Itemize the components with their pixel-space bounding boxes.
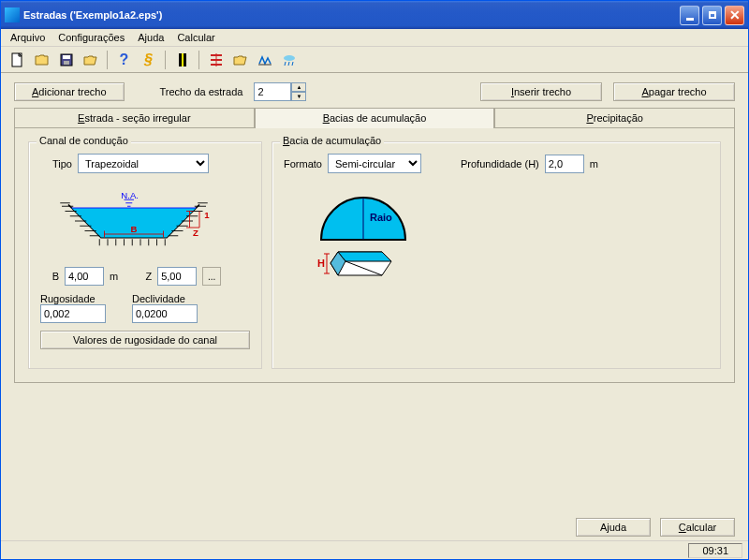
tab-precipitacao[interactable]: Precipitação (494, 108, 735, 128)
calcular-button[interactable]: Calcular (660, 518, 735, 537)
declividade-label: Declividade (132, 293, 198, 304)
basin-icon[interactable] (229, 50, 251, 70)
formato-label: Formato (284, 158, 322, 169)
tab-bar: Estrada - seção irregular Bacias de acum… (14, 107, 735, 127)
rugosidade-label: Rugosidade (40, 293, 106, 304)
canal-legend: Canal de condução (37, 135, 131, 146)
menu-arquivo[interactable]: Arquivo (5, 31, 51, 44)
bacia-diagram: Raio H (302, 188, 433, 291)
maximize-button[interactable] (702, 6, 722, 25)
rain-icon[interactable] (278, 50, 300, 70)
sections-icon[interactable] (205, 50, 227, 70)
hydro-icon[interactable] (254, 50, 275, 70)
tab-estrada[interactable]: Estrada - seção irregular (14, 108, 255, 128)
menu-calcular[interactable]: Calcular (171, 31, 220, 44)
info-icon[interactable]: § (138, 50, 159, 70)
rugosidade-valores-button[interactable]: Valores de rugosidade do canal (40, 331, 250, 349)
svg-text:1: 1 (204, 210, 210, 220)
tipo-select[interactable]: Trapezoidal (78, 154, 209, 173)
saveas-icon[interactable] (80, 50, 101, 70)
insert-trecho-button[interactable]: Inserir trecho (480, 82, 602, 101)
trecho-input[interactable] (254, 82, 291, 101)
menu-ajuda[interactable]: Ajuda (132, 31, 169, 44)
toolbar-separator (165, 51, 166, 69)
svg-text:H: H (317, 258, 325, 269)
app-window: Estradas ('Exemplo1a2.eps') ✕ Arquivo Co… (0, 0, 749, 560)
profundidade-unit: m (590, 158, 598, 169)
help-icon[interactable]: ? (113, 50, 135, 70)
road-icon[interactable] (171, 50, 193, 70)
canal-fieldset: Canal de condução Tipo Trapezoidal N.A. (28, 141, 262, 369)
z-label: Z (133, 271, 152, 282)
bacia-fieldset: Bacia de acumulação Formato Semi-circula… (272, 141, 721, 369)
formato-select[interactable]: Semi-circular (328, 154, 421, 173)
svg-rect-2 (63, 55, 70, 59)
delete-trecho-button[interactable]: Apagar trecho (613, 82, 735, 101)
status-time: 09:31 (688, 543, 742, 558)
app-icon (5, 7, 20, 22)
add-trecho-button[interactable]: Adicionar trecho (14, 82, 125, 101)
b-label: B (40, 271, 59, 282)
trecho-spinner[interactable]: ▲ ▼ (254, 82, 306, 101)
menubar: Arquivo Configurações Ajuda Calcular (1, 29, 748, 47)
svg-text:B: B (131, 224, 138, 234)
tab-bacias[interactable]: Bacias de acumulação (255, 108, 495, 128)
profundidade-input[interactable] (545, 155, 584, 173)
svg-line-8 (285, 62, 286, 66)
ajuda-button[interactable]: Ajuda (576, 518, 651, 537)
svg-text:Z: Z (193, 228, 198, 238)
new-file-icon[interactable] (7, 50, 28, 70)
svg-text:N.A.: N.A. (121, 190, 139, 200)
svg-rect-5 (182, 53, 184, 66)
z-input[interactable] (157, 267, 197, 286)
minimize-button[interactable] (680, 6, 699, 25)
svg-line-10 (292, 62, 293, 66)
bacia-legend: Bacia de acumulação (280, 135, 384, 146)
menu-configuracoes[interactable]: Configurações (52, 31, 130, 44)
toolbar: ? § (1, 47, 748, 73)
open-folder-icon[interactable] (31, 50, 52, 70)
window-title: Estradas ('Exemplo1a2.eps') (23, 9, 162, 21)
toolbar-separator (107, 51, 108, 69)
spin-up-button[interactable]: ▲ (291, 82, 306, 92)
b-unit: m (110, 271, 118, 282)
content-area: Adicionar trecho Trecho da estrada ▲ ▼ I… (1, 73, 748, 392)
spin-down-button[interactable]: ▼ (291, 92, 306, 101)
statusbar: 09:31 (1, 540, 748, 559)
tipo-label: Tipo (40, 158, 72, 169)
svg-point-7 (284, 55, 295, 61)
declividade-input[interactable] (132, 304, 198, 323)
z-more-button[interactable]: ... (202, 267, 221, 286)
save-icon[interactable] (55, 50, 77, 70)
rugosidade-input[interactable] (40, 304, 106, 323)
canal-diagram: N.A. B 1 Z (40, 188, 228, 254)
svg-text:Raio: Raio (370, 212, 392, 223)
trecho-label: Trecho da estrada (160, 86, 243, 97)
svg-rect-3 (64, 61, 69, 65)
close-button[interactable]: ✕ (725, 6, 744, 25)
toolbar-separator (198, 51, 199, 69)
b-input[interactable] (65, 267, 104, 286)
profundidade-label: Profundidade (H) (461, 158, 539, 169)
svg-line-9 (288, 62, 289, 66)
titlebar: Estradas ('Exemplo1a2.eps') ✕ (1, 1, 748, 29)
